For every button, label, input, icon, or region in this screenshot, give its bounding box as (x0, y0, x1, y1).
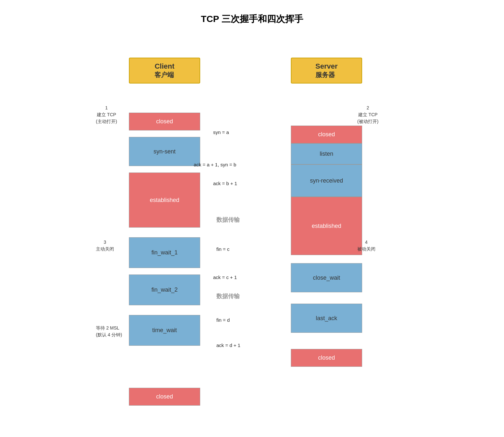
client-established: established (129, 173, 200, 228)
server-syn-received: syn-received (291, 164, 362, 197)
server-close-wait: close_wait (291, 263, 362, 292)
client-header: Client客户端 (129, 58, 200, 84)
client-time-wait: time_wait (129, 315, 200, 346)
arrow-data-transfer2: 数据传输 (216, 292, 240, 300)
arrow-syn: syn = a (213, 129, 229, 135)
client-closed-bottom: closed (129, 388, 200, 406)
arrow-data-transfer1: 数据传输 (216, 216, 240, 224)
client-syn-sent: syn-sent (129, 137, 200, 166)
server-closed-bottom: closed (291, 349, 362, 367)
arrow-fin-d: fin = d (216, 317, 230, 323)
arrow-ack-syn: ack = a + 1, syn = b (194, 162, 236, 167)
page-title: TCP 三次握手和四次挥手 (58, 13, 446, 25)
client-fin-wait-2: fin_wait_2 (129, 275, 200, 305)
server-listen: listen (291, 143, 362, 164)
side-label-4: 4被动关闭 (357, 239, 375, 252)
arrow-ack-c1: ack = c + 1 (213, 275, 237, 280)
server-last-ack: last_ack (291, 304, 362, 333)
arrow-fin-c: fin = c (216, 246, 229, 252)
diagram-container: TCP 三次握手和四次挥手 (58, 6, 446, 38)
server-header: Server服务器 (291, 58, 362, 84)
client-fin-wait-1: fin_wait_1 (129, 237, 200, 268)
arrow-ack: ack = b + 1 (213, 181, 237, 186)
side-label-2: 2建立 TCP(被动打开) (357, 105, 378, 125)
side-label-3: 3主动关闭 (96, 239, 114, 252)
server-established: established (291, 197, 362, 255)
time-wait-note: 等待 2 MSL(默认 4 分钟) (96, 325, 122, 338)
server-closed-top: closed (291, 126, 362, 143)
arrow-ack-d1: ack = d + 1 (216, 342, 240, 348)
client-closed-top: closed (129, 113, 200, 130)
client-label: Client客户端 (155, 62, 174, 79)
side-label-1: 11 建立 TCP (主动打开)建立 TCP(主动打开) (96, 105, 117, 125)
server-label: Server服务器 (315, 62, 338, 79)
